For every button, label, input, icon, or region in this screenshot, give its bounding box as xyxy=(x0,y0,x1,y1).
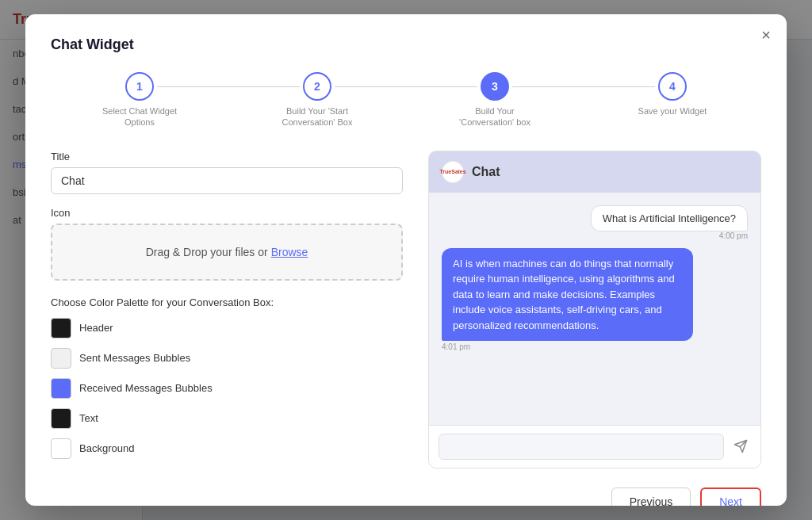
browse-link[interactable]: Browse xyxy=(271,246,308,258)
step-1: 1 Select Chat Widget Options xyxy=(51,72,228,128)
background-color-label: Background xyxy=(79,442,134,454)
chat-header: TrueSales Chat xyxy=(429,151,760,193)
sent-color-label: Sent Messages Bubbles xyxy=(79,352,190,364)
step-1-label: Select Chat Widget Options xyxy=(96,105,183,128)
step-3-label: Build Your 'Conversation' box xyxy=(451,105,538,128)
color-row-background: Background xyxy=(51,438,403,459)
modal-body: Title Icon Drag & Drop your files or Bro… xyxy=(51,151,761,468)
send-icon xyxy=(733,439,748,453)
chat-widget-modal: Chat Widget × 1 Select Chat Widget Optio… xyxy=(25,14,787,506)
previous-button[interactable]: Previous xyxy=(611,488,691,506)
stepper: 1 Select Chat Widget Options 2 Build You… xyxy=(51,72,761,128)
chat-messages: What is Artificial Intelligence? 4:00 pm… xyxy=(429,193,760,425)
bot-message-time: 4:01 pm xyxy=(442,342,470,351)
header-color-label: Header xyxy=(79,322,113,334)
icon-field-label: Icon xyxy=(51,207,403,219)
chat-preview: TrueSales Chat What is Artificial Intell… xyxy=(428,151,761,468)
upload-zone[interactable]: Drag & Drop your files or Browse xyxy=(51,224,403,281)
received-swatch[interactable] xyxy=(51,378,71,399)
step-4: 4 Save your Widget xyxy=(584,72,761,117)
title-field-label: Title xyxy=(51,151,403,162)
text-color-label: Text xyxy=(79,412,98,424)
next-button[interactable]: Next xyxy=(700,488,761,506)
step-1-circle: 1 xyxy=(125,72,154,101)
modal-footer: Previous Next xyxy=(51,488,761,506)
step-2-circle: 2 xyxy=(303,72,331,101)
color-section-label: Choose Color Palette for your Conversati… xyxy=(51,296,403,308)
header-swatch[interactable] xyxy=(51,318,71,338)
bot-message: AI is when machines can do things that n… xyxy=(442,248,693,342)
color-row-sent: Sent Messages Bubbles xyxy=(51,348,403,369)
color-row-text: Text xyxy=(51,408,403,429)
received-color-label: Received Messages Bubbles xyxy=(79,382,213,394)
chat-input-row xyxy=(429,425,760,468)
step-3: 3 Build Your 'Conversation' box xyxy=(406,72,584,128)
chat-avatar: TrueSales xyxy=(442,161,464,183)
text-swatch[interactable] xyxy=(51,408,71,429)
close-button[interactable]: × xyxy=(761,27,771,43)
color-row-received: Received Messages Bubbles xyxy=(51,378,403,399)
left-panel: Title Icon Drag & Drop your files or Bro… xyxy=(51,151,403,468)
user-message-container: What is Artificial Intelligence? 4:00 pm xyxy=(442,205,748,243)
bot-message-container: AI is when machines can do things that n… xyxy=(442,248,748,352)
color-row-header: Header xyxy=(51,318,403,338)
send-button[interactable] xyxy=(730,436,751,457)
user-message: What is Artificial Intelligence? xyxy=(591,205,748,231)
step-4-circle: 4 xyxy=(658,72,687,101)
step-2-label: Build Your 'Start Conversation' Box xyxy=(274,105,361,128)
title-input[interactable] xyxy=(51,167,403,194)
chat-header-title: Chat xyxy=(472,165,500,179)
user-message-time: 4:00 pm xyxy=(719,231,748,240)
chat-message-input[interactable] xyxy=(439,434,724,460)
upload-text: Drag & Drop your files or xyxy=(146,246,268,258)
step-4-label: Save your Widget xyxy=(638,105,707,117)
step-3-circle: 3 xyxy=(481,72,509,101)
sent-swatch[interactable] xyxy=(51,348,71,369)
background-swatch[interactable] xyxy=(51,438,71,459)
modal-backdrop: Chat Widget × 1 Select Chat Widget Optio… xyxy=(0,0,812,520)
step-2: 2 Build Your 'Start Conversation' Box xyxy=(228,72,406,128)
modal-title: Chat Widget xyxy=(51,36,761,53)
